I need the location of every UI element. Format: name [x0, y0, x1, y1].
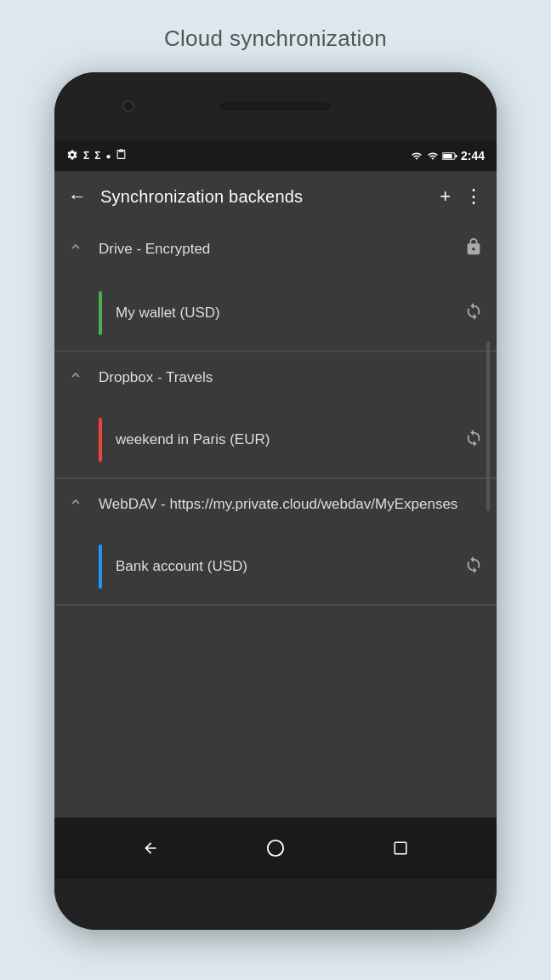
- settings-icon: [66, 149, 78, 163]
- svg-rect-4: [395, 842, 406, 854]
- wallet-name-paris: weekend in Paris (EUR): [116, 431, 464, 448]
- sync-icon-my-wallet[interactable]: [464, 302, 483, 325]
- lock-icon: [464, 237, 483, 260]
- bottom-nav: [54, 818, 497, 879]
- more-button[interactable]: ⋮: [464, 185, 483, 208]
- wallet-color-bar-blue: [99, 544, 102, 589]
- svg-rect-2: [455, 155, 457, 157]
- phone-speaker: [220, 102, 331, 111]
- main-content: Drive - Encrypted My wallet (USD): [54, 222, 497, 818]
- signal-icon: [427, 151, 439, 162]
- add-button[interactable]: +: [440, 185, 451, 208]
- chevron-down-icon-3: [68, 494, 88, 514]
- svg-rect-1: [443, 153, 452, 157]
- backend-name-webdav: WebDAV - https://my.private.cloud/webdav…: [99, 496, 483, 513]
- wallet-name-bank: Bank account (USD): [116, 558, 464, 575]
- backend-header-drive[interactable]: Drive - Encrypted: [54, 222, 497, 276]
- app-bar-actions: + ⋮: [440, 185, 483, 208]
- backend-group-webdav: WebDAV - https://my.private.cloud/webdav…: [54, 479, 497, 606]
- app-bar-title: Synchronization backends: [100, 187, 426, 207]
- wifi-icon: [410, 151, 423, 162]
- phone-camera: [122, 100, 134, 112]
- chevron-down-icon: [68, 239, 88, 259]
- backend-header-webdav[interactable]: WebDAV - https://my.private.cloud/webdav…: [54, 479, 497, 529]
- battery-icon: [442, 151, 457, 161]
- svg-point-3: [268, 840, 283, 856]
- nav-home-button[interactable]: [254, 827, 297, 869]
- status-time: 2:44: [461, 149, 485, 162]
- wallet-item-paris[interactable]: weekend in Paris (EUR): [54, 402, 497, 478]
- wallet-item-my-wallet[interactable]: My wallet (USD): [54, 276, 497, 351]
- nav-back-button[interactable]: [129, 827, 172, 869]
- circle-icon: ●: [105, 151, 111, 161]
- backend-group-drive: Drive - Encrypted My wallet (USD): [54, 222, 497, 352]
- page-title: Cloud synchronization: [164, 26, 387, 52]
- wallet-name-my-wallet: My wallet (USD): [116, 305, 464, 322]
- clipboard-icon: [116, 149, 127, 162]
- phone-bottom-bezel: [54, 879, 497, 930]
- backend-header-dropbox[interactable]: Dropbox - Travels: [54, 352, 497, 402]
- app-bar: ← Synchronization backends + ⋮: [54, 171, 497, 222]
- sigma1-icon: Σ: [83, 150, 89, 162]
- sync-icon-paris[interactable]: [464, 429, 483, 452]
- sync-icon-bank[interactable]: [464, 556, 483, 578]
- backend-name-drive: Drive - Encrypted: [99, 241, 454, 258]
- chevron-down-icon-2: [68, 368, 88, 387]
- empty-space: [54, 606, 497, 776]
- wallet-color-bar-red: [99, 418, 102, 462]
- status-icons-right: 2:44: [410, 149, 485, 162]
- backend-group-dropbox: Dropbox - Travels weekend in Paris (EUR): [54, 352, 497, 479]
- status-icons-left: Σ Σ ●: [66, 149, 127, 163]
- nav-recent-button[interactable]: [379, 827, 422, 869]
- wallet-item-bank[interactable]: Bank account (USD): [54, 529, 497, 605]
- backend-name-dropbox: Dropbox - Travels: [99, 369, 483, 386]
- back-button[interactable]: ←: [68, 185, 87, 208]
- phone-top-bezel: [54, 72, 497, 140]
- scrollbar[interactable]: [486, 341, 490, 511]
- wallet-color-bar-green: [99, 291, 102, 335]
- sigma2-icon: Σ: [94, 150, 100, 162]
- status-bar: Σ Σ ● 2:44: [54, 140, 497, 171]
- phone-frame: Σ Σ ● 2:44: [54, 72, 497, 930]
